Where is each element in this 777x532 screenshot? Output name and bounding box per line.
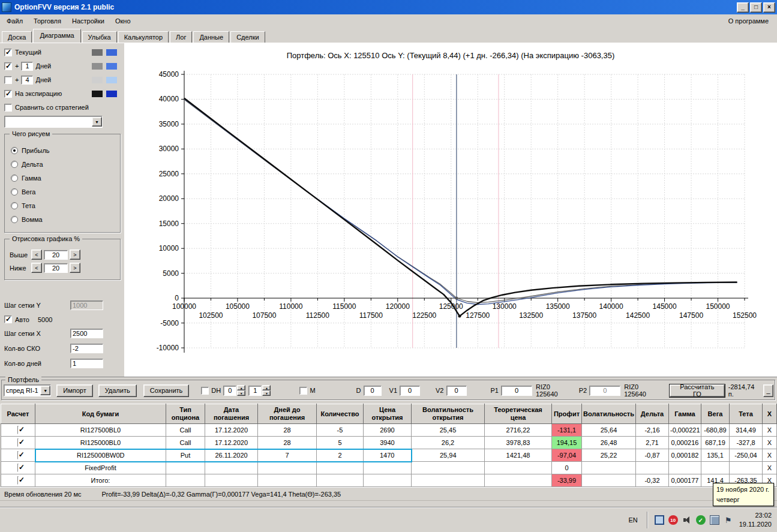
cell[interactable]: 17.12.2020: [205, 437, 258, 449]
draw-option-4[interactable]: Тета: [11, 201, 114, 211]
tab-1[interactable]: Диаграмма: [33, 29, 80, 43]
render-above-input[interactable]: [44, 250, 68, 260]
tab-2[interactable]: Улыбка: [82, 31, 117, 43]
tab-6[interactable]: Сделки: [230, 31, 265, 43]
delete-cell[interactable]: X: [763, 462, 777, 474]
cell[interactable]: 25,45: [412, 424, 485, 437]
cell[interactable]: 17.12.2020: [205, 424, 258, 437]
menu-item-1[interactable]: Торговля: [28, 16, 67, 26]
radio-icon[interactable]: [11, 175, 18, 182]
menu-item-2[interactable]: Настройки: [67, 16, 110, 26]
cell[interactable]: [166, 462, 205, 474]
cell[interactable]: [258, 462, 317, 474]
chevron-down-icon[interactable]: ▼: [40, 386, 50, 395]
draw-option-5[interactable]: Вомма: [11, 215, 114, 224]
expiration-checkbox[interactable]: [4, 90, 12, 98]
cell[interactable]: [636, 462, 669, 474]
cell[interactable]: [205, 462, 258, 474]
expiration-color2-swatch[interactable]: [106, 91, 117, 97]
tray-check-icon[interactable]: ✓: [696, 515, 706, 525]
cell[interactable]: -131,1: [552, 424, 582, 437]
increase-above-button[interactable]: >: [70, 250, 80, 260]
cell[interactable]: -327,8: [730, 437, 763, 449]
minimize-button[interactable]: _: [737, 2, 749, 13]
increase-below-button[interactable]: >: [70, 263, 80, 273]
expiration-color1-swatch[interactable]: [92, 91, 103, 97]
cell[interactable]: 28: [258, 424, 317, 437]
radio-icon[interactable]: [11, 216, 18, 223]
tray-flag-icon[interactable]: ⚑: [724, 515, 733, 525]
cell[interactable]: [258, 474, 317, 487]
cell[interactable]: [205, 474, 258, 487]
p1-input[interactable]: [501, 386, 532, 396]
menu-item-3[interactable]: Окно: [110, 16, 136, 26]
plus1-color1-swatch[interactable]: [92, 63, 103, 70]
tray-speaker-icon[interactable]: [682, 515, 692, 525]
cell[interactable]: -5: [317, 424, 364, 437]
cell[interactable]: [364, 474, 412, 487]
auto-checkbox[interactable]: [4, 315, 12, 323]
row-calc-checkbox[interactable]: [17, 426, 19, 434]
spin-up-icon[interactable]: ▲: [262, 385, 271, 390]
plus4-color1-swatch[interactable]: [92, 77, 103, 83]
cell[interactable]: [485, 462, 552, 474]
decrease-below-button[interactable]: <: [31, 263, 42, 273]
tray-display-icon[interactable]: [655, 515, 664, 525]
cell[interactable]: 687,19: [701, 437, 730, 449]
cell[interactable]: [701, 462, 730, 474]
row-delete-button[interactable]: X: [764, 439, 775, 446]
grid-x-input[interactable]: [70, 329, 103, 338]
cell[interactable]: 1470: [364, 449, 412, 462]
close-button[interactable]: ×: [763, 2, 775, 13]
cell[interactable]: -250,04: [730, 449, 763, 462]
delete-cell[interactable]: X: [763, 449, 777, 462]
cell[interactable]: [582, 462, 636, 474]
tray-update-badge-icon[interactable]: 10: [668, 515, 678, 525]
decrease-above-button[interactable]: <: [31, 250, 42, 260]
corner-button[interactable]: _: [763, 384, 773, 397]
m-checkbox[interactable]: [299, 387, 307, 395]
cell[interactable]: RI125000BW0D: [35, 449, 166, 462]
cell[interactable]: -33,99: [552, 474, 582, 487]
dh-spinner-1[interactable]: [223, 386, 236, 396]
cell[interactable]: [669, 462, 701, 474]
radio-icon[interactable]: [11, 188, 18, 196]
render-below-input[interactable]: [44, 263, 68, 273]
cell[interactable]: 2690: [364, 424, 412, 437]
draw-option-3[interactable]: Вега: [11, 187, 114, 197]
cell[interactable]: FixedProfit: [35, 462, 166, 474]
plus4-color2-swatch[interactable]: [106, 77, 117, 83]
cell[interactable]: Put: [166, 449, 205, 462]
cell[interactable]: [582, 474, 636, 487]
p2-input[interactable]: [589, 386, 620, 396]
cell[interactable]: -680,89: [701, 424, 730, 437]
cell[interactable]: 2: [317, 449, 364, 462]
portfolio-preset-select[interactable]: спред RI-1 ▼: [4, 384, 51, 396]
current-color2-swatch[interactable]: [106, 49, 117, 56]
cell[interactable]: [730, 462, 763, 474]
dh-checkbox[interactable]: [201, 387, 209, 395]
cell[interactable]: 0,000182: [669, 449, 701, 462]
cell[interactable]: 25,64: [582, 424, 636, 437]
cell[interactable]: 314,49: [730, 424, 763, 437]
cell[interactable]: -0,32: [636, 474, 669, 487]
cell[interactable]: 7: [258, 449, 317, 462]
tab-3[interactable]: Калькулятор: [118, 31, 169, 43]
cell[interactable]: 26,48: [582, 437, 636, 449]
save-button[interactable]: Сохранить: [143, 384, 190, 397]
cell[interactable]: RI127500BL0: [35, 424, 166, 437]
d-input[interactable]: [364, 386, 382, 396]
row-calc-checkbox[interactable]: [17, 438, 19, 447]
tab-5[interactable]: Данные: [193, 31, 229, 43]
radio-icon[interactable]: [11, 202, 18, 209]
spin-down-icon[interactable]: ▼: [237, 390, 245, 396]
cell[interactable]: -0,87: [636, 449, 669, 462]
menu-item-0[interactable]: Файл: [1, 16, 28, 26]
cell[interactable]: 28: [258, 437, 317, 449]
cell[interactable]: [317, 474, 364, 487]
cell[interactable]: 2,71: [636, 437, 669, 449]
cell[interactable]: 26,2: [412, 437, 485, 449]
calc-go-button[interactable]: Рассчитать ГО: [670, 384, 725, 397]
cell[interactable]: [412, 474, 485, 487]
row-delete-button[interactable]: X: [764, 464, 775, 471]
